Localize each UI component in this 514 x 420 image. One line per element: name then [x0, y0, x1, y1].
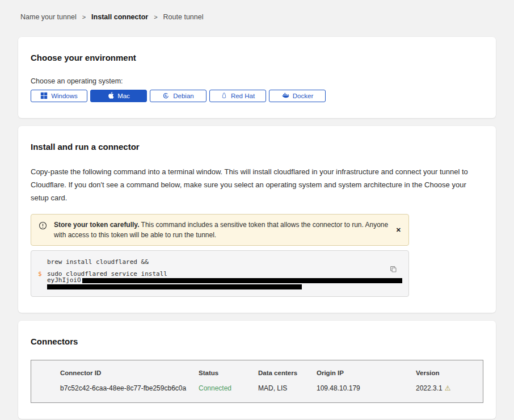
breadcrumb: Name your tunnel > Install connector > R… [0, 0, 514, 21]
install-command-code-block[interactable]: brew install cloudflared && $sudo cloudf… [31, 250, 409, 297]
os-button-windows[interactable]: Windows [31, 90, 87, 102]
data-centers-value: MAD, LIS [258, 384, 317, 392]
breadcrumb-name-your-tunnel[interactable]: Name your tunnel [20, 13, 77, 21]
install-card-description: Copy-paste the following command into a … [31, 165, 483, 204]
col-header-connector-id: Connector ID [60, 369, 199, 376]
connector-id-value: b7c52c42-6caa-48ee-8c77-fbe259cb6c0a [60, 384, 199, 392]
close-icon[interactable]: ✕ [396, 226, 401, 234]
environment-card: Choose your environment Choose an operat… [18, 37, 496, 118]
connectors-card: Connectors Connector ID Status Data cent… [18, 321, 496, 419]
os-button-label: Red Hat [231, 93, 255, 99]
copy-icon[interactable] [390, 266, 397, 275]
connectors-table-header: Connector ID Status Data centers Origin … [60, 369, 483, 376]
breadcrumb-route-tunnel[interactable]: Route tunnel [163, 13, 204, 21]
shell-prompt: $ [38, 271, 42, 277]
main-content: Choose your environment Choose an operat… [18, 37, 496, 419]
col-header-status: Status [199, 369, 258, 376]
os-button-label: Debian [173, 93, 193, 99]
warning-title: Store your token carefully. [54, 221, 140, 229]
os-select-label: Choose an operating system: [31, 77, 483, 85]
os-button-debian[interactable]: Debian [150, 90, 207, 102]
os-button-group: Windows Mac Debian Red Hat [31, 90, 483, 102]
code-line-brew: brew install cloudflared && [31, 259, 408, 265]
alert-circle-icon [39, 221, 47, 233]
os-button-label: Windows [51, 93, 78, 99]
connectors-card-title: Connectors [31, 337, 483, 346]
install-card-title: Install and run a connector [31, 142, 483, 152]
apple-icon [107, 91, 114, 100]
code-line-token-2 [31, 283, 408, 289]
os-button-docker[interactable]: Docker [269, 90, 326, 102]
docker-whale-icon [281, 92, 289, 100]
col-header-version: Version [416, 369, 483, 376]
breadcrumb-install-connector[interactable]: Install connector [91, 13, 148, 21]
environment-card-title: Choose your environment [31, 53, 483, 62]
debian-icon [162, 92, 170, 100]
version-value: 2022.3.1 ⚠ [416, 384, 483, 392]
version-warning-icon: ⚠ [445, 385, 451, 392]
connectors-table: Connector ID Status Data centers Origin … [31, 360, 483, 403]
install-connector-card: Install and run a connector Copy-paste t… [18, 126, 496, 313]
os-button-label: Docker [293, 93, 313, 99]
os-button-label: Mac [117, 93, 130, 99]
redhat-penguin-icon [221, 92, 227, 100]
os-button-redhat[interactable]: Red Hat [209, 90, 266, 102]
code-line-token: eyJhIjoiO [31, 277, 408, 283]
redacted-token-bar [82, 278, 402, 283]
breadcrumb-separator: > [154, 14, 157, 20]
token-warning-banner: Store your token carefully. This command… [31, 214, 409, 246]
origin-ip-value: 109.48.10.179 [317, 384, 416, 392]
breadcrumb-separator: > [82, 14, 86, 20]
table-row: b7c52c42-6caa-48ee-8c77-fbe259cb6c0a Con… [60, 384, 483, 392]
os-button-mac[interactable]: Mac [90, 90, 147, 102]
windows-icon [40, 92, 48, 100]
col-header-origin-ip: Origin IP [317, 369, 416, 376]
status-badge: Connected [199, 384, 258, 392]
redacted-token-bar [47, 284, 302, 289]
code-line-sudo: $sudo cloudflared service install [31, 271, 408, 277]
col-header-data-centers: Data centers [258, 369, 317, 376]
